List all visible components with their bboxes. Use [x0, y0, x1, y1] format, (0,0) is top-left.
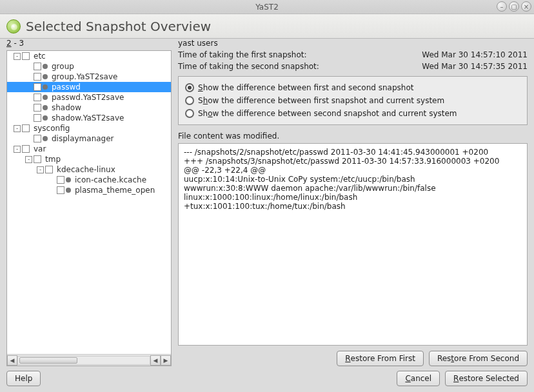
- scroll-right-icon[interactable]: ◀: [150, 355, 161, 366]
- right-panel: yast users Time of taking the first snap…: [178, 39, 528, 366]
- checkbox[interactable]: [22, 52, 30, 60]
- radio-label: Show the difference between first and se…: [198, 83, 413, 92]
- file-icon: [43, 136, 48, 141]
- maximize-button[interactable]: ▢: [509, 1, 519, 12]
- scroll-track[interactable]: [17, 356, 150, 365]
- file-icon: [43, 115, 48, 121]
- close-button[interactable]: ×: [521, 1, 531, 12]
- expander-icon[interactable]: -: [37, 166, 44, 173]
- expander-icon[interactable]: -: [14, 125, 21, 132]
- radio-icon: [185, 83, 194, 92]
- tree-item-passwd[interactable]: passwd: [7, 82, 171, 92]
- radio-first-second[interactable]: Show the difference between first and se…: [185, 83, 520, 92]
- radio-first-current[interactable]: Show the difference between first snapsh…: [185, 96, 520, 105]
- scroll-thumb[interactable]: [19, 357, 77, 364]
- checkbox[interactable]: [34, 63, 41, 70]
- tree-item-displaymanager[interactable]: displaymanager: [7, 133, 171, 144]
- tree-item-label: kdecache-linux: [57, 165, 115, 174]
- restore-selected-button[interactable]: Restore Selected: [445, 371, 528, 386]
- tree-item-label: passwd: [52, 83, 81, 92]
- info-grid: yast users Time of taking the first snap…: [178, 39, 528, 71]
- expander-icon[interactable]: -: [14, 146, 21, 153]
- tree-item-var[interactable]: -var: [7, 144, 171, 154]
- checkbox[interactable]: [22, 145, 30, 153]
- tree-item-shadow[interactable]: shadow: [7, 103, 171, 113]
- tree-item-group[interactable]: group: [7, 61, 171, 72]
- tree-item-group-yast2save[interactable]: group.YaST2save: [7, 72, 171, 82]
- tree-item-label: var: [34, 144, 46, 153]
- tree-item-label: shadow: [52, 103, 81, 112]
- scroll-left-icon[interactable]: ◀: [7, 355, 17, 366]
- tree-item-sysconfig[interactable]: -sysconfig: [7, 123, 171, 133]
- radio-icon: [185, 96, 194, 105]
- window-controls: – ▢ ×: [497, 1, 531, 12]
- snapshot-range-sep: -: [12, 39, 19, 48]
- radio-label: Show the difference between first snapsh…: [198, 96, 444, 105]
- yast-icon: [6, 19, 21, 34]
- tree-hscrollbar[interactable]: ◀ ◀ ▶: [7, 354, 171, 366]
- restore-from-first-button[interactable]: Restore From First: [337, 351, 424, 366]
- checkbox[interactable]: [34, 155, 41, 163]
- tree-item-passwd-yast2save[interactable]: passwd.YaST2save: [7, 92, 171, 103]
- expander-icon[interactable]: -: [14, 53, 21, 60]
- tree-item-label: group: [52, 62, 74, 71]
- time1-label: Time of taking the first snapshot:: [178, 50, 422, 59]
- yast-window: YaST2 – ▢ × Selected Snapshot Overview 2…: [0, 0, 534, 392]
- expander-icon[interactable]: -: [25, 156, 32, 163]
- radio-icon: [185, 109, 194, 118]
- tree-item-kdecache-linux[interactable]: -kdecache-linux: [7, 164, 171, 175]
- snapshot-range-label: 2 - 3: [6, 39, 172, 48]
- tree-item-label: etc: [34, 52, 46, 61]
- checkbox[interactable]: [34, 83, 41, 91]
- checkbox[interactable]: [34, 104, 41, 112]
- tree-item-label: passwd.YaST2save: [52, 93, 124, 102]
- tree-item-plasma-theme-open[interactable]: plasma_theme_open: [7, 185, 171, 195]
- checkbox[interactable]: [57, 186, 64, 194]
- restore-buttons: Restore From First Restore From Second: [178, 351, 528, 366]
- tree-item-label: icon-cache.kcache: [75, 175, 146, 184]
- checkbox[interactable]: [34, 73, 41, 81]
- file-icon: [43, 74, 48, 79]
- file-icon: [43, 105, 48, 110]
- tree-item-etc[interactable]: -etc: [7, 51, 171, 61]
- restore-from-second-button[interactable]: Restore From Second: [429, 351, 528, 366]
- help-button[interactable]: Help: [6, 371, 41, 386]
- file-icon: [66, 188, 71, 193]
- file-tree[interactable]: -etcgroupgroup.YaST2savepasswdpasswd.YaS…: [7, 51, 171, 354]
- scroll-right2-icon[interactable]: ▶: [161, 355, 171, 366]
- checkbox[interactable]: [34, 114, 41, 122]
- tree-item-shadow-yast2save[interactable]: shadow.YaST2save: [7, 113, 171, 123]
- file-icon: [43, 64, 48, 69]
- main-content: 2 - 3 -etcgroupgroup.YaST2savepasswdpass…: [6, 39, 528, 366]
- tree-item-label: shadow.YaST2save: [52, 113, 124, 122]
- radio-label: Show the difference between second snaps…: [198, 109, 457, 118]
- tree-item-label: sysconfig: [34, 124, 70, 133]
- diff-textarea[interactable]: --- /snapshots/2/snapshot/etc/passwd 201…: [178, 143, 528, 346]
- checkbox[interactable]: [34, 93, 41, 101]
- tree-item-icon-cache-kcache[interactable]: icon-cache.kcache: [7, 175, 171, 185]
- diff-mode-group: Show the difference between first and se…: [178, 76, 528, 125]
- file-icon: [66, 177, 71, 182]
- file-tree-box: -etcgroupgroup.YaST2savepasswdpasswd.YaS…: [6, 50, 172, 366]
- radio-second-current[interactable]: Show the difference between second snaps…: [185, 109, 520, 118]
- snapshot-range-second: 3: [19, 39, 25, 48]
- tree-item-label: tmp: [45, 155, 61, 164]
- file-icon: [43, 84, 48, 90]
- tree-item-tmp[interactable]: -tmp: [7, 154, 171, 164]
- tree-item-label: group.YaST2save: [52, 72, 117, 81]
- page-title: Selected Snapshot Overview: [26, 19, 211, 34]
- minimize-button[interactable]: –: [497, 1, 507, 12]
- cancel-button[interactable]: Cancel: [397, 371, 440, 386]
- diff-status-label: File content was modified.: [178, 132, 528, 141]
- page-header: Selected Snapshot Overview: [0, 14, 534, 39]
- left-panel: 2 - 3 -etcgroupgroup.YaST2savepasswdpass…: [6, 39, 172, 366]
- tree-item-label: plasma_theme_open: [75, 186, 155, 195]
- checkbox[interactable]: [57, 176, 64, 184]
- tree-item-label: displaymanager: [52, 134, 114, 143]
- snapshot-range-first: 2: [6, 39, 12, 48]
- window-title: YaST2: [255, 3, 279, 12]
- checkbox[interactable]: [45, 166, 53, 173]
- time1-value: Wed Mar 30 14:57:10 2011: [422, 50, 528, 59]
- checkbox[interactable]: [22, 124, 30, 132]
- checkbox[interactable]: [34, 135, 41, 142]
